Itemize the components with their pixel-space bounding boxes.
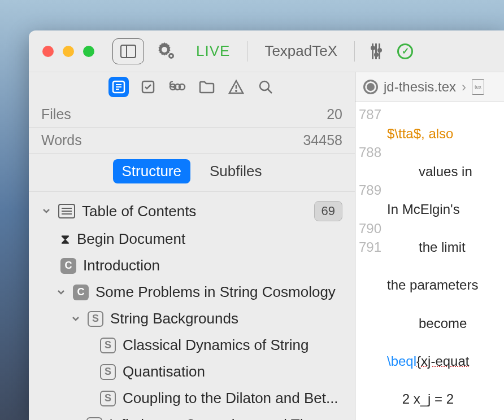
settings-button[interactable]	[154, 41, 175, 62]
svg-line-12	[268, 89, 272, 93]
files-tab-button[interactable]	[197, 77, 217, 97]
outline-item-coupling-dilaton[interactable]: S Coupling to the Dilaton and Bet...	[29, 385, 355, 412]
line-gutter: 787 788 789 790 791	[355, 102, 387, 420]
references-tab-button[interactable]	[167, 77, 188, 97]
section-chip: S	[100, 391, 116, 406]
tex-file-icon: tex	[472, 79, 484, 95]
todo-tab-button[interactable]	[138, 77, 158, 97]
editor-breadcrumb[interactable]: jd-thesis.tex › tex	[355, 72, 504, 102]
section-chip: S	[100, 364, 116, 380]
toc-header-row[interactable]: Table of Contents 69	[29, 196, 355, 226]
outline-item-introduction[interactable]: C Introduction	[29, 252, 355, 279]
tab-subfiles[interactable]: Subfiles	[201, 159, 271, 183]
chevron-down-icon[interactable]	[41, 206, 51, 216]
sidebar-tabs: Structure Subfiles	[29, 154, 355, 192]
typeset-mode-label[interactable]: LIVE	[196, 42, 230, 60]
divider	[354, 41, 355, 62]
toc-count-badge: 69	[314, 201, 342, 221]
warning-icon	[228, 79, 245, 95]
outline-item-inflationary[interactable]: S Inflationary Cosmology and The C...	[29, 412, 355, 420]
sidebar: Files 20 Words 34458 Structure Subfiles …	[29, 72, 355, 420]
tab-structure[interactable]: Structure	[113, 159, 191, 183]
panel-icon	[120, 45, 136, 58]
infinity-icon	[168, 81, 186, 93]
words-label: Words	[41, 132, 82, 148]
chevron-right-icon: ›	[462, 79, 466, 95]
outline-item-quantisation[interactable]: S Quantisation	[29, 358, 355, 385]
typeset-settings-button[interactable]	[372, 43, 380, 59]
files-stat-row: Files 20	[29, 102, 355, 128]
hourglass-icon: ⧗	[60, 231, 70, 247]
toc-header-label: Table of Contents	[82, 203, 307, 220]
checkbox-icon	[140, 79, 156, 95]
main-area: Files 20 Words 34458 Structure Subfiles …	[29, 72, 504, 420]
words-stat-row: Words 34458	[29, 128, 355, 154]
folder-icon	[198, 80, 215, 94]
words-count: 34458	[303, 132, 342, 148]
svg-point-10	[235, 90, 237, 92]
gear-icon	[154, 41, 175, 59]
section-chip: S	[86, 417, 102, 421]
svg-point-1	[170, 55, 172, 57]
svg-point-11	[260, 81, 269, 90]
outline-tab-button[interactable]	[108, 77, 129, 97]
window-controls	[42, 46, 94, 57]
warnings-tab-button[interactable]	[226, 77, 246, 97]
titlebar-center: LIVE TexpadTeX ✓	[196, 41, 413, 62]
outline-item-chapter-problems[interactable]: C Some Problems in String Cosmology	[29, 279, 355, 305]
files-count: 20	[327, 106, 342, 123]
chevron-down-icon[interactable]	[71, 314, 81, 324]
section-chip: S	[88, 311, 103, 327]
section-chip: S	[100, 338, 116, 353]
close-window-button[interactable]	[42, 46, 54, 57]
outline-item-begin-document[interactable]: ⧗ Begin Document	[29, 226, 355, 252]
typeset-engine-label[interactable]: TexpadTeX	[264, 42, 337, 60]
maximize-window-button[interactable]	[83, 46, 94, 57]
status-ok-icon[interactable]: ✓	[397, 43, 413, 59]
sidebar-toolbar	[29, 72, 355, 102]
divider	[247, 41, 247, 62]
file-status-icon	[363, 80, 378, 94]
panel-toggle-button[interactable]	[112, 38, 144, 64]
chevron-down-icon[interactable]	[56, 287, 66, 298]
code-editor[interactable]: 787 788 789 790 791	[355, 102, 504, 420]
outline-tree[interactable]: Table of Contents 69 ⧗ Begin Document C …	[29, 192, 355, 420]
files-label: Files	[41, 106, 71, 123]
outline-item-string-backgrounds[interactable]: S String Backgrounds	[29, 305, 355, 332]
editor-pane: jd-thesis.tex › tex 787 788 789 790 791	[355, 72, 504, 420]
search-tab-button[interactable]	[255, 77, 276, 97]
chapter-chip: C	[73, 285, 89, 300]
titlebar: LIVE TexpadTeX ✓	[29, 30, 504, 72]
minimize-window-button[interactable]	[63, 46, 74, 57]
app-window: LIVE TexpadTeX ✓	[29, 30, 504, 420]
code-content[interactable]: $\tta$, also values in In McElgin's the …	[387, 102, 504, 420]
outline-item-classical-dynamics[interactable]: S Classical Dynamics of String	[29, 332, 355, 358]
search-icon	[258, 79, 273, 95]
breadcrumb-filename[interactable]: jd-thesis.tex	[384, 79, 456, 95]
toc-icon	[58, 204, 75, 218]
chapter-chip: C	[60, 258, 76, 274]
outline-icon	[111, 79, 127, 95]
